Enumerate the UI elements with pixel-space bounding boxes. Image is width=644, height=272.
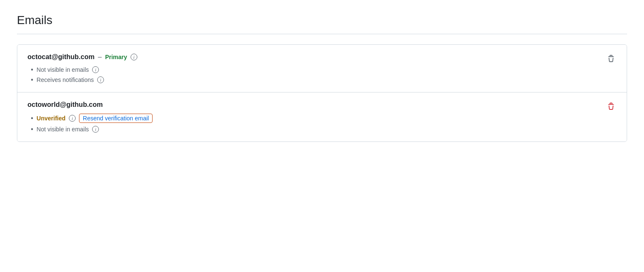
resend-verification-link[interactable]: Resend verification email bbox=[79, 114, 153, 123]
email-details-secondary: • Unverified i Resend verification email… bbox=[27, 114, 617, 133]
delete-secondary-email-button[interactable] bbox=[606, 101, 617, 112]
email-list: octocat@github.com – Primary i • Not vis… bbox=[17, 44, 627, 142]
trash-icon-secondary bbox=[607, 103, 615, 110]
email-details-primary: • Not visible in emails i • Receives not… bbox=[27, 66, 617, 84]
email-address-primary: octocat@github.com bbox=[27, 53, 95, 61]
delete-primary-email-button[interactable] bbox=[606, 53, 617, 64]
email-address-secondary: octoworld@github.com bbox=[27, 101, 103, 109]
bullet-icon: • bbox=[31, 125, 33, 133]
not-visible-secondary-info-icon[interactable]: i bbox=[92, 126, 99, 133]
trash-icon-primary bbox=[607, 55, 615, 63]
bullet-icon: • bbox=[31, 114, 33, 122]
detail-receives-notifications: • Receives notifications i bbox=[31, 76, 617, 84]
bullet-icon: • bbox=[31, 76, 33, 84]
email-item-secondary: octoworld@github.com • Unverified i Rese… bbox=[17, 92, 627, 141]
bullet-icon: • bbox=[31, 66, 33, 73]
email-header-primary: octocat@github.com – Primary i bbox=[27, 53, 617, 61]
page-title: Emails bbox=[17, 14, 627, 27]
detail-unverified: • Unverified i Resend verification email bbox=[31, 114, 617, 123]
primary-info-icon[interactable]: i bbox=[131, 54, 137, 60]
email-separator-primary: – bbox=[98, 53, 102, 61]
detail-not-visible-secondary: • Not visible in emails i bbox=[31, 125, 617, 133]
unverified-info-icon[interactable]: i bbox=[69, 115, 76, 122]
email-item-primary: octocat@github.com – Primary i • Not vis… bbox=[17, 45, 627, 92]
section-divider bbox=[17, 34, 627, 34]
not-visible-info-icon[interactable]: i bbox=[92, 66, 99, 73]
email-header-secondary: octoworld@github.com bbox=[27, 101, 617, 109]
unverified-text: Unverified bbox=[37, 115, 65, 122]
detail-text-not-visible: Not visible in emails bbox=[37, 66, 89, 73]
primary-badge: Primary bbox=[105, 54, 127, 60]
detail-not-visible: • Not visible in emails i bbox=[31, 66, 617, 73]
detail-text-receives-notifications: Receives notifications bbox=[37, 76, 94, 83]
receives-notifications-info-icon[interactable]: i bbox=[97, 76, 104, 83]
detail-text-not-visible-secondary: Not visible in emails bbox=[37, 126, 89, 133]
